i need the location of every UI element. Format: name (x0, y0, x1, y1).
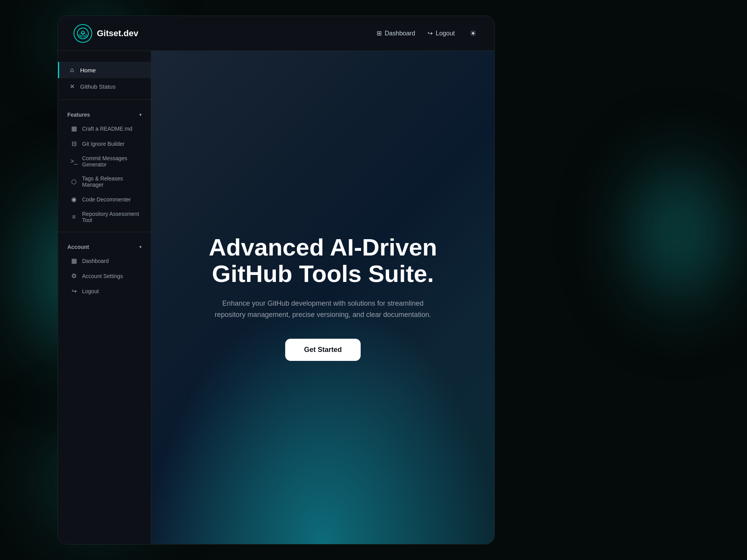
sidebar-item-github-status[interactable]: ✕ Github Status (58, 78, 151, 95)
logo-area: Gitset.dev (74, 24, 138, 43)
settings-icon: ⚙ (70, 272, 77, 280)
hero-title: Advanced AI-Driven GitHub Tools Suite. (206, 234, 440, 287)
features-chevron-icon: ▾ (139, 112, 142, 117)
sidebar-item-logout[interactable]: ↪ Logout (58, 284, 151, 299)
terminal-icon: >_ (70, 158, 77, 165)
svg-line-6 (85, 35, 86, 37)
sidebar: ⌂ Home ✕ Github Status Features ▾ ▦ Craf… (58, 51, 151, 544)
logout-sidebar-icon: ↪ (70, 287, 77, 295)
theme-icon: ☀ (470, 29, 477, 38)
get-started-button[interactable]: Get Started (285, 339, 360, 361)
hero-subtitle: Enhance your GitHub development with sol… (206, 298, 440, 320)
svg-point-8 (82, 31, 84, 33)
svg-line-5 (84, 35, 84, 38)
dashboard-icon: ⊞ (377, 30, 382, 37)
svg-line-2 (79, 34, 80, 37)
svg-point-9 (82, 32, 83, 32)
sidebar-item-account-settings[interactable]: ⚙ Account Settings (58, 268, 151, 284)
logout-icon: ↪ (428, 30, 433, 37)
sidebar-item-tags[interactable]: ⬡ Tags & Releases Manager (58, 172, 151, 192)
svg-line-4 (82, 35, 82, 38)
account-chevron-icon: ▾ (139, 244, 142, 250)
wrench-icon: ✕ (68, 83, 75, 90)
svg-line-7 (86, 34, 87, 37)
app-container: Gitset.dev ⊞ Dashboard ↪ Logout ☀ ⌂ Home (58, 16, 495, 544)
tag-icon: ⬡ (70, 178, 77, 186)
readme-icon: ▦ (70, 125, 77, 132)
decommenter-icon: ◉ (70, 196, 77, 203)
dashboard-sidebar-icon: ▦ (70, 257, 77, 264)
svg-line-3 (80, 35, 81, 37)
account-section-header[interactable]: Account ▾ (58, 237, 151, 253)
topbar: Gitset.dev ⊞ Dashboard ↪ Logout ☀ (58, 16, 494, 51)
topbar-dashboard-button[interactable]: ⊞ Dashboard (377, 30, 415, 37)
svg-point-10 (83, 32, 84, 32)
gitignore-icon: ⊟ (70, 140, 77, 147)
assessment-icon: ≡ (70, 214, 77, 220)
sidebar-item-gitignore[interactable]: ⊟ Git Ignore Builder (58, 136, 151, 151)
content-area: ⌂ Home ✕ Github Status Features ▾ ▦ Craf… (58, 51, 494, 544)
theme-toggle-button[interactable]: ☀ (467, 26, 479, 40)
sidebar-item-commit[interactable]: >_ Commit Messages Generator (58, 151, 151, 172)
sidebar-item-home[interactable]: ⌂ Home (58, 62, 151, 78)
features-section-header[interactable]: Features ▾ (58, 105, 151, 121)
sidebar-divider-2 (58, 232, 151, 232)
topbar-logout-button[interactable]: ↪ Logout (428, 30, 455, 37)
bg-blob-right (611, 136, 747, 331)
logo-text: Gitset.dev (97, 28, 138, 38)
sidebar-item-decommenter[interactable]: ◉ Code Decommenter (58, 192, 151, 207)
logo-icon (74, 24, 92, 43)
sidebar-item-dashboard[interactable]: ▦ Dashboard (58, 253, 151, 268)
main-content: Advanced AI-Driven GitHub Tools Suite. E… (151, 51, 494, 544)
sidebar-divider-1 (58, 100, 151, 100)
home-icon: ⌂ (68, 66, 75, 74)
sidebar-item-readme[interactable]: ▦ Craft a README.md (58, 121, 151, 136)
sidebar-item-assessment[interactable]: ≡ Repository Assessment Tool (58, 207, 151, 227)
hero-content: Advanced AI-Driven GitHub Tools Suite. E… (191, 234, 455, 361)
topbar-nav: ⊞ Dashboard ↪ Logout ☀ (377, 26, 479, 40)
